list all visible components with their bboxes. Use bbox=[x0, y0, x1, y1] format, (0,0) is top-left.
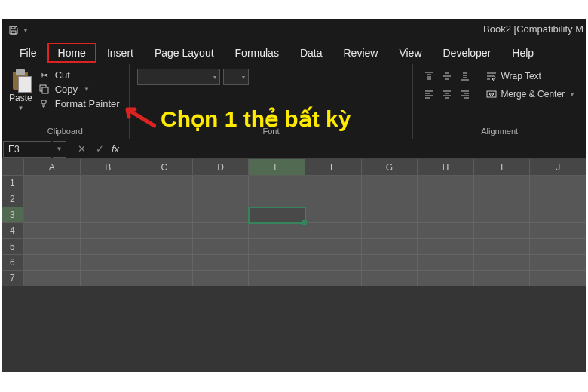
cell-C4[interactable] bbox=[136, 223, 193, 239]
cell-I6[interactable] bbox=[474, 255, 531, 271]
column-header-D[interactable]: D bbox=[193, 159, 250, 176]
column-header-C[interactable]: C bbox=[136, 159, 193, 176]
cell-J6[interactable] bbox=[530, 255, 586, 271]
wrap-text-button[interactable]: Wrap Text bbox=[482, 71, 544, 81]
align-bottom-button[interactable] bbox=[457, 69, 473, 84]
tab-home[interactable]: Home bbox=[47, 43, 96, 63]
cell-D2[interactable] bbox=[193, 191, 250, 207]
row-header-2[interactable]: 2 bbox=[2, 191, 24, 207]
row-header-5[interactable]: 5 bbox=[2, 239, 24, 255]
tab-developer[interactable]: Developer bbox=[433, 43, 502, 63]
align-right-button[interactable] bbox=[457, 87, 473, 102]
name-box-dropdown[interactable]: ▼ bbox=[53, 141, 66, 158]
cell-H6[interactable] bbox=[418, 255, 474, 271]
cell-B4[interactable] bbox=[81, 223, 137, 239]
cell-C5[interactable] bbox=[136, 239, 193, 255]
column-header-E[interactable]: E bbox=[249, 159, 305, 176]
font-name-select[interactable] bbox=[137, 69, 220, 85]
cell-D4[interactable] bbox=[193, 223, 250, 239]
qat-dropdown-icon[interactable]: ▼ bbox=[23, 27, 29, 34]
cell-J2[interactable] bbox=[530, 191, 586, 207]
cell-F5[interactable] bbox=[305, 239, 362, 255]
cell-B1[interactable] bbox=[81, 176, 137, 191]
cell-I2[interactable] bbox=[474, 191, 531, 207]
cancel-formula-button[interactable]: ✕ bbox=[72, 141, 90, 158]
cell-I7[interactable] bbox=[474, 271, 531, 286]
cell-C1[interactable] bbox=[136, 176, 193, 191]
cell-C2[interactable] bbox=[136, 191, 193, 207]
cell-B2[interactable] bbox=[81, 191, 137, 207]
cell-J4[interactable] bbox=[530, 223, 586, 239]
tab-file[interactable]: File bbox=[9, 43, 47, 63]
cell-A7[interactable] bbox=[24, 271, 81, 286]
cell-H5[interactable] bbox=[418, 239, 474, 255]
font-size-select[interactable] bbox=[223, 69, 249, 85]
enter-formula-button[interactable]: ✓ bbox=[90, 141, 109, 158]
cell-F2[interactable] bbox=[305, 191, 362, 207]
tab-formulas[interactable]: Formulas bbox=[225, 43, 289, 63]
cell-J7[interactable] bbox=[530, 271, 586, 286]
cell-A3[interactable] bbox=[24, 207, 81, 223]
cell-E6[interactable] bbox=[249, 255, 305, 271]
select-all-corner[interactable] bbox=[2, 159, 24, 176]
cell-H3[interactable] bbox=[418, 207, 474, 223]
cell-I1[interactable] bbox=[474, 176, 531, 191]
cell-H1[interactable] bbox=[418, 176, 474, 191]
format-painter-button[interactable]: Format Painter bbox=[37, 97, 121, 110]
merge-center-button[interactable]: Merge & Center ▼ bbox=[482, 89, 578, 100]
cell-G3[interactable] bbox=[362, 207, 418, 223]
tab-insert[interactable]: Insert bbox=[96, 43, 144, 63]
column-header-B[interactable]: B bbox=[81, 159, 137, 176]
cell-B7[interactable] bbox=[81, 271, 137, 286]
row-header-3[interactable]: 3 bbox=[2, 207, 24, 223]
cell-J1[interactable] bbox=[530, 176, 586, 191]
cell-A4[interactable] bbox=[24, 223, 81, 239]
align-center-button[interactable] bbox=[439, 87, 455, 102]
tab-help[interactable]: Help bbox=[501, 43, 544, 63]
cell-H2[interactable] bbox=[418, 191, 474, 207]
cell-G6[interactable] bbox=[362, 255, 418, 271]
cell-H4[interactable] bbox=[418, 223, 474, 239]
cell-G4[interactable] bbox=[362, 223, 418, 239]
cell-B5[interactable] bbox=[81, 239, 137, 255]
cell-D5[interactable] bbox=[193, 239, 250, 255]
cell-E4[interactable] bbox=[249, 223, 305, 239]
cell-C6[interactable] bbox=[136, 255, 193, 271]
cell-A6[interactable] bbox=[24, 255, 81, 271]
cell-F1[interactable] bbox=[305, 176, 362, 191]
column-header-G[interactable]: G bbox=[362, 159, 418, 176]
name-box[interactable]: E3 bbox=[3, 141, 51, 158]
cell-F7[interactable] bbox=[305, 271, 362, 286]
cell-E7[interactable] bbox=[249, 271, 305, 286]
cell-I3[interactable] bbox=[474, 207, 531, 223]
column-header-J[interactable]: J bbox=[530, 159, 586, 176]
column-header-F[interactable]: F bbox=[305, 159, 362, 176]
tab-review[interactable]: Review bbox=[333, 43, 389, 63]
paste-button[interactable]: Paste ▼ bbox=[9, 69, 32, 112]
cell-G5[interactable] bbox=[362, 239, 418, 255]
tab-data[interactable]: Data bbox=[289, 43, 333, 63]
cell-E5[interactable] bbox=[249, 239, 305, 255]
cell-C7[interactable] bbox=[136, 271, 193, 286]
cell-F4[interactable] bbox=[305, 223, 362, 239]
tab-view[interactable]: View bbox=[388, 43, 432, 63]
save-icon[interactable] bbox=[8, 24, 20, 36]
cell-E1[interactable] bbox=[249, 176, 305, 191]
cell-F6[interactable] bbox=[305, 255, 362, 271]
column-header-A[interactable]: A bbox=[24, 159, 81, 176]
cell-J5[interactable] bbox=[530, 239, 586, 255]
align-middle-button[interactable] bbox=[439, 69, 455, 84]
fx-label[interactable]: fx bbox=[112, 143, 119, 155]
cell-G7[interactable] bbox=[362, 271, 418, 286]
cell-E2[interactable] bbox=[249, 191, 305, 207]
copy-button[interactable]: Copy ▼ bbox=[37, 83, 121, 96]
row-header-7[interactable]: 7 bbox=[2, 271, 24, 286]
cell-B3[interactable] bbox=[81, 207, 137, 223]
cell-D3[interactable] bbox=[193, 207, 250, 223]
cell-I4[interactable] bbox=[474, 223, 531, 239]
cell-J3[interactable] bbox=[530, 207, 586, 223]
cell-A2[interactable] bbox=[24, 191, 81, 207]
cell-C3[interactable] bbox=[136, 207, 193, 223]
row-header-1[interactable]: 1 bbox=[2, 176, 24, 191]
column-header-H[interactable]: H bbox=[418, 159, 474, 176]
